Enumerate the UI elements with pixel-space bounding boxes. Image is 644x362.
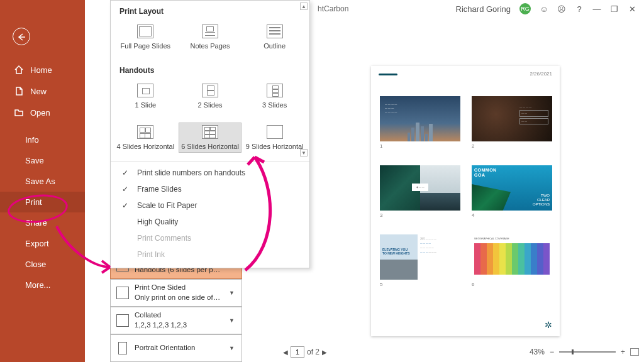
check-high-quality[interactable]: High Quality xyxy=(111,214,309,230)
handout-1-icon xyxy=(137,84,153,97)
next-page-button[interactable]: ▶ xyxy=(322,349,327,356)
layout-outline[interactable]: Outline xyxy=(243,22,306,52)
collated-icon xyxy=(111,314,135,327)
handout-6-horizontal[interactable]: 6 Slides Horizontal xyxy=(179,123,242,153)
page-number-input[interactable] xyxy=(291,346,304,358)
check-icon: ✓ xyxy=(122,185,131,194)
open-icon xyxy=(14,107,24,118)
sidebar-label: Home xyxy=(30,65,52,75)
handout-2-slides[interactable]: 2 Slides xyxy=(179,81,242,111)
check-icon: ✓ xyxy=(122,168,131,177)
handout-3-icon xyxy=(267,84,283,97)
sidebar-item-save[interactable]: Save xyxy=(0,150,85,171)
new-icon xyxy=(14,86,24,96)
page-date: 2/26/2021 xyxy=(530,71,552,77)
zoom-level: 43% xyxy=(530,348,545,356)
check-icon: ✓ xyxy=(122,201,131,210)
notes-pages-icon xyxy=(202,25,218,38)
sidebar-item-open[interactable]: Open xyxy=(0,102,85,123)
prev-page-button[interactable]: ◀ xyxy=(283,349,288,356)
print-preview: 2/26/2021 — — — —— — —— — — — 1 — — — ——… xyxy=(283,47,632,336)
handout-4-horizontal[interactable]: 4 Slides Horizontal xyxy=(114,123,177,153)
handout-3-slides[interactable]: 3 Slides xyxy=(243,81,306,111)
scroll-down-button[interactable]: ▼ xyxy=(300,149,308,156)
fit-to-window-button[interactable] xyxy=(630,348,639,356)
sidebar-top-group: Home New Open xyxy=(0,59,85,123)
page-decoration xyxy=(379,74,397,75)
check-print-comments: Print Comments xyxy=(111,230,309,246)
print-layout-dropdown: ▲ Print Layout Full Page Slides Notes Pa… xyxy=(110,0,310,268)
page-nav: ◀ of 2 ▶ xyxy=(283,346,327,358)
scroll-up-button[interactable]: ▲ xyxy=(300,3,308,10)
slide-thumb-1: — — — —— — —— — — — 1 xyxy=(380,96,460,141)
check-print-ink: Print Ink xyxy=(111,246,309,263)
section-handouts: Handouts xyxy=(111,60,309,77)
handout-options-row2: 4 Slides Horizontal 6 Slides Horizontal … xyxy=(111,119,309,160)
backstage-sidebar: Home New Open Info Save Save As Print Sh… xyxy=(0,0,85,362)
sidebar-label: New xyxy=(30,87,47,96)
sidebar-item-save-as[interactable]: Save As xyxy=(0,171,85,192)
slide-thumb-3: ◆ — — 3 xyxy=(380,165,460,211)
full-page-icon xyxy=(137,25,153,38)
slide-thumbnails: — — — —— — —— — — — 1 — — — —— —— — 2 ◆ … xyxy=(380,96,552,280)
handout-options-row1: 1 Slide 2 Slides 3 Slides xyxy=(111,77,309,119)
sidebar-sub-group: Info Save Save As Print Share Export Clo… xyxy=(0,129,85,295)
home-icon xyxy=(14,65,24,75)
handout-9-horizontal[interactable]: 9 Slides Horizontal xyxy=(243,123,306,153)
handout-9h-icon xyxy=(267,125,283,139)
user-avatar[interactable]: RG xyxy=(519,3,531,14)
zoom-control: 43% − + xyxy=(530,348,639,356)
feedback-smile-icon[interactable]: ☺ xyxy=(540,4,548,14)
sidebar-item-more[interactable]: More... xyxy=(0,275,85,295)
section-print-layout: Print Layout xyxy=(111,1,309,18)
setting-sides[interactable]: Print One SidedOnly print on one side of… xyxy=(110,279,242,307)
check-scale-to-fit[interactable]: ✓Scale to Fit Paper xyxy=(111,197,309,214)
handout-6h-icon xyxy=(202,125,218,139)
document-title-suffix: htCarbon xyxy=(318,4,348,13)
chevron-down-icon: ▼ xyxy=(229,317,242,324)
sidebar-item-share[interactable]: Share xyxy=(0,212,85,233)
sidebar-item-home[interactable]: Home xyxy=(0,59,85,80)
sidebar-item-print[interactable]: Print xyxy=(0,192,85,212)
sidebar-item-close[interactable]: Close xyxy=(0,254,85,275)
sidebar-item-info[interactable]: Info xyxy=(0,129,85,150)
feedback-frown-icon[interactable]: ☹ xyxy=(557,4,566,14)
page-logo-icon: ✲ xyxy=(545,320,552,330)
chevron-down-icon: ▼ xyxy=(229,290,242,296)
preview-footer: ◀ of 2 ▶ 43% − + xyxy=(283,344,639,359)
slide-thumb-2: — — — —— —— — 2 xyxy=(472,96,552,141)
check-print-slide-numbers[interactable]: ✓Print slide numbers on handouts xyxy=(111,165,309,181)
zoom-slider[interactable] xyxy=(559,351,616,353)
chevron-down-icon: ▼ xyxy=(229,345,242,351)
sidebar-item-new[interactable]: New xyxy=(0,80,85,102)
page-count: of 2 xyxy=(307,348,319,356)
minimize-button[interactable]: — xyxy=(592,4,601,14)
handout-4h-icon xyxy=(137,125,153,139)
layout-notes-pages[interactable]: Notes Pages xyxy=(179,22,242,52)
portrait-icon xyxy=(111,342,135,354)
slide-thumb-4: COMMONGOA TWOCLEAROPTIONS 4 xyxy=(472,165,552,211)
handout-1-slide[interactable]: 1 Slide xyxy=(114,81,177,111)
restore-button[interactable]: ❐ xyxy=(610,4,619,14)
outline-icon xyxy=(267,25,283,38)
zoom-out-button[interactable]: − xyxy=(550,348,554,356)
preview-page: 2/26/2021 — — — —— — —— — — — 1 — — — ——… xyxy=(371,66,560,336)
sidebar-label: Open xyxy=(30,108,50,118)
sidebar-item-export[interactable]: Export xyxy=(0,233,85,254)
handout-2-icon xyxy=(202,84,218,97)
layout-full-page[interactable]: Full Page Slides xyxy=(114,22,177,52)
close-window-button[interactable]: ✕ xyxy=(628,4,636,14)
arrow-left-icon xyxy=(16,31,26,41)
zoom-in-button[interactable]: + xyxy=(621,348,625,356)
back-button[interactable] xyxy=(13,28,30,45)
layout-options: Full Page Slides Notes Pages Outline xyxy=(111,18,309,60)
slide-thumb-5: ELEVATING YOUTO NEW HEIGHTS 2022 — — — —… xyxy=(380,234,460,280)
setting-orientation[interactable]: Portrait Orientation ▼ xyxy=(110,334,242,362)
user-name: Richard Goring xyxy=(456,4,511,14)
check-frame-slides[interactable]: ✓Frame Slides xyxy=(111,181,309,197)
slide-thumb-6: GEOGRAPHICAL COVERAGE 6 xyxy=(472,234,552,280)
one-sided-icon xyxy=(111,287,135,299)
help-icon[interactable]: ? xyxy=(575,4,584,14)
setting-collated[interactable]: Collated1,2,3 1,2,3 1,2,3 ▼ xyxy=(110,307,242,334)
